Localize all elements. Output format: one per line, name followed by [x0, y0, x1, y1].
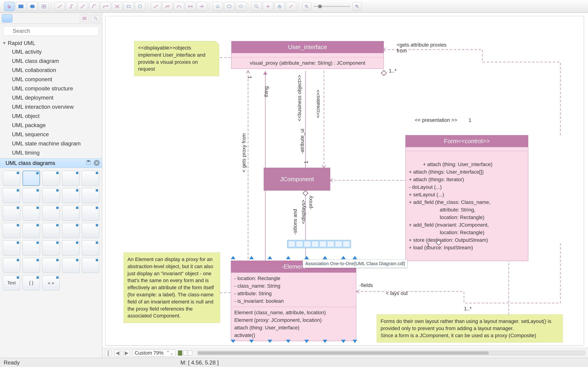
search-input[interactable]	[3, 26, 99, 36]
tree-item[interactable]: UML component	[0, 75, 102, 84]
stencil-text[interactable]: Text	[3, 275, 20, 290]
list-view-button[interactable]	[80, 15, 89, 22]
relation-type-button[interactable]	[288, 241, 295, 247]
stencil[interactable]	[23, 223, 40, 238]
selection-handle[interactable]	[304, 256, 309, 259]
stencil[interactable]	[42, 206, 60, 221]
stencil[interactable]	[62, 171, 79, 186]
stencil[interactable]	[3, 240, 20, 256]
stencil[interactable]	[3, 188, 20, 203]
tree-item[interactable]: UML collaboration	[0, 66, 102, 75]
class-form[interactable]: Form<<control>> + attach (thing: User_in…	[405, 135, 528, 261]
stencil[interactable]	[23, 171, 40, 186]
relation-type-button[interactable]	[335, 241, 342, 247]
stencil[interactable]	[23, 188, 40, 203]
shape-1[interactable]	[212, 2, 223, 11]
stencil[interactable]	[42, 223, 60, 238]
tree-item[interactable]: UML object	[0, 111, 102, 121]
rect-tool[interactable]	[16, 2, 26, 11]
tree-item[interactable]: UML deployment	[0, 93, 102, 102]
stencil[interactable]	[3, 206, 20, 221]
stencil[interactable]	[82, 206, 99, 221]
pan-tool[interactable]	[263, 2, 273, 11]
stencil[interactable]	[42, 171, 60, 186]
selection-handle[interactable]	[353, 340, 357, 343]
relation-type-button[interactable]	[296, 241, 303, 247]
stencil[interactable]	[62, 206, 79, 221]
stencil[interactable]	[42, 188, 60, 203]
selection-handle[interactable]	[231, 340, 235, 343]
zoom-in-tool[interactable]	[251, 2, 262, 11]
page-tab[interactable]	[178, 350, 182, 356]
stencil[interactable]	[62, 188, 79, 203]
selection-handle[interactable]	[231, 256, 235, 259]
line-3[interactable]	[174, 2, 184, 11]
selection-handle[interactable]	[353, 256, 357, 259]
selection-handle[interactable]	[268, 340, 272, 343]
connector-4[interactable]	[89, 2, 99, 11]
pointer-tool[interactable]	[4, 2, 15, 11]
stencil[interactable]	[3, 171, 20, 186]
stencil[interactable]	[3, 223, 20, 238]
zoom-in-button[interactable]	[353, 2, 362, 10]
relation-type-button[interactable]	[343, 241, 350, 247]
selection-handle[interactable]	[249, 256, 254, 259]
tree-item[interactable]: UML package	[0, 121, 102, 130]
stencil-braces[interactable]: { }	[23, 275, 40, 290]
page-tabs[interactable]	[178, 350, 192, 356]
selection-handle[interactable]	[286, 256, 291, 259]
stamp-tool[interactable]	[274, 2, 285, 11]
class-jcomponent[interactable]: JComponent	[264, 168, 330, 191]
tree-item[interactable]: UML interaction overview	[0, 102, 102, 111]
stencil[interactable]	[82, 240, 99, 256]
stepper-icon[interactable]: ⌃⌄	[166, 350, 173, 356]
selection-handle[interactable]	[304, 340, 309, 343]
selection-handle[interactable]	[249, 340, 254, 343]
brush-tool[interactable]	[286, 2, 296, 11]
stencil[interactable]	[62, 223, 79, 238]
stencil-section-header[interactable]: UML class diagrams ✕	[0, 158, 102, 168]
tree-item[interactable]: UML class diagram	[0, 56, 102, 66]
ellipse-tool[interactable]	[27, 2, 38, 11]
relation-toolbar[interactable]	[287, 240, 351, 248]
stencil[interactable]	[62, 258, 79, 273]
save-stencil-icon[interactable]	[86, 160, 91, 166]
connector-1[interactable]	[54, 2, 65, 11]
note-element[interactable]: An Element can display a proxy for an ab…	[124, 252, 220, 323]
connector-5[interactable]	[100, 2, 111, 11]
page-tab[interactable]	[188, 350, 192, 356]
tree-item[interactable]: UML activity	[0, 47, 102, 56]
selection-handle[interactable]	[323, 340, 327, 343]
class-element[interactable]: -Element - location: Rectangle - class_n…	[231, 261, 356, 341]
stencil[interactable]	[23, 240, 40, 256]
selection-handle[interactable]	[286, 340, 291, 343]
tree-item[interactable]: UML sequence	[0, 130, 102, 139]
connector-7[interactable]	[123, 2, 134, 11]
page-tab[interactable]	[183, 350, 187, 356]
stencil[interactable]	[23, 258, 40, 273]
stencil[interactable]	[82, 188, 99, 203]
stencil[interactable]	[3, 258, 20, 273]
search-lib-button[interactable]	[91, 15, 100, 22]
diagram-canvas[interactable]: <<displayable>>objects implement User_in…	[105, 16, 584, 345]
horizontal-scrollbar[interactable]	[197, 351, 585, 355]
stencil[interactable]	[62, 240, 79, 256]
shape-3[interactable]	[235, 2, 246, 11]
stencil[interactable]	[82, 258, 99, 273]
zoom-slider[interactable]	[313, 6, 350, 7]
pause-icon[interactable]: ‖	[105, 350, 111, 356]
tree-item[interactable]: UML composite structure	[0, 84, 102, 93]
zoom-combo[interactable]: Custom 79% ⌃⌄	[132, 350, 175, 357]
close-stencil-icon[interactable]: ✕	[94, 160, 100, 166]
stencil[interactable]	[42, 240, 60, 256]
shape-2[interactable]	[224, 2, 234, 11]
connector-2[interactable]	[66, 2, 77, 11]
connector-6[interactable]	[112, 2, 122, 11]
selection-handle[interactable]	[341, 340, 346, 343]
class-user-interface[interactable]: User_interface visual_proxy (attribute_n…	[231, 41, 384, 69]
line-2[interactable]	[162, 2, 173, 11]
tree-root[interactable]: ▼Rapid UML	[0, 39, 102, 47]
stencil-guillemets[interactable]: « »	[42, 275, 60, 290]
note-displayable[interactable]: <<displayable>>objects implement User_in…	[134, 41, 219, 76]
stencil[interactable]	[42, 258, 60, 273]
